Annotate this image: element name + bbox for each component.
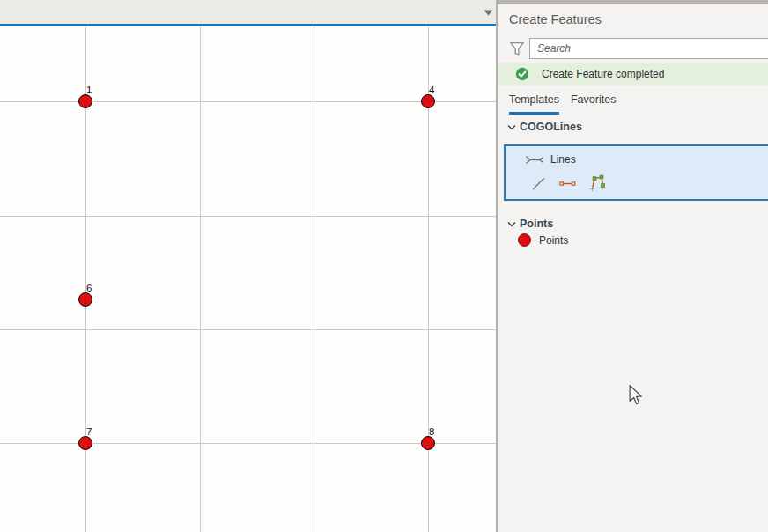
- section-header-cogolines[interactable]: COGOLines: [507, 121, 582, 133]
- panel-title: Create Features: [509, 12, 602, 26]
- filter-button[interactable]: [507, 40, 527, 59]
- map-point-feature[interactable]: [421, 94, 435, 108]
- panel-top-strip: [498, 0, 768, 4]
- success-check-icon: [515, 67, 529, 81]
- arcgis-create-features-window: 14678 Create Features Create Feature com…: [0, 0, 768, 532]
- template-label: Lines: [550, 153, 576, 166]
- map-view[interactable]: 14678: [0, 0, 496, 532]
- map-gridline-vertical: [200, 26, 201, 532]
- template-label: Points: [539, 234, 568, 247]
- map-point-label: 4: [429, 85, 434, 95]
- create-features-panel: Create Features Create Feature completed…: [498, 0, 768, 532]
- map-point-label: 1: [86, 85, 92, 95]
- line-feature-icon: [525, 154, 544, 166]
- tab-favorites[interactable]: Favorites: [571, 93, 616, 115]
- map-topbar: [0, 0, 496, 24]
- search-row: [498, 38, 768, 61]
- trace-polygon-tool-icon: [589, 174, 606, 193]
- two-point-line-tool-icon: [559, 180, 576, 188]
- section-label: COGOLines: [520, 121, 582, 133]
- chevron-down-icon: [507, 124, 516, 130]
- section-label: Points: [520, 218, 553, 230]
- line-tool-icon: [531, 176, 546, 191]
- trace-polygon-tool-button[interactable]: [588, 173, 607, 194]
- map-point-label: 7: [86, 426, 92, 437]
- point-symbol-icon: [518, 233, 531, 247]
- lines-tools-row: [530, 173, 607, 194]
- notification-text: Create Feature completed: [542, 68, 664, 80]
- section-header-points[interactable]: Points: [507, 218, 553, 230]
- template-item-points[interactable]: Points: [518, 233, 568, 247]
- panel-tabs: Templates Favorites: [509, 93, 616, 115]
- map-point-feature[interactable]: [78, 292, 92, 307]
- map-point-feature[interactable]: [78, 436, 92, 450]
- map-point-feature[interactable]: [421, 436, 435, 450]
- two-point-line-tool-button[interactable]: [558, 173, 577, 194]
- map-canvas[interactable]: 14678: [0, 26, 496, 532]
- map-gridline-horizontal: [0, 329, 496, 330]
- filter-funnel-icon: [509, 41, 525, 57]
- tab-templates[interactable]: Templates: [509, 93, 559, 115]
- map-gridline-vertical: [314, 26, 314, 532]
- lines-template-row: Lines: [525, 153, 576, 166]
- search-input[interactable]: [529, 38, 768, 59]
- line-tool-button[interactable]: [530, 173, 547, 194]
- chevron-down-icon: [507, 221, 516, 227]
- map-gridline-horizontal: [0, 216, 496, 217]
- template-item-lines[interactable]: Lines: [504, 144, 768, 201]
- map-point-feature[interactable]: [78, 94, 92, 108]
- status-notification: Create Feature completed: [498, 63, 768, 85]
- chevron-down-icon[interactable]: [484, 10, 493, 16]
- map-point-label: 6: [86, 283, 92, 293]
- map-point-label: 8: [429, 426, 434, 437]
